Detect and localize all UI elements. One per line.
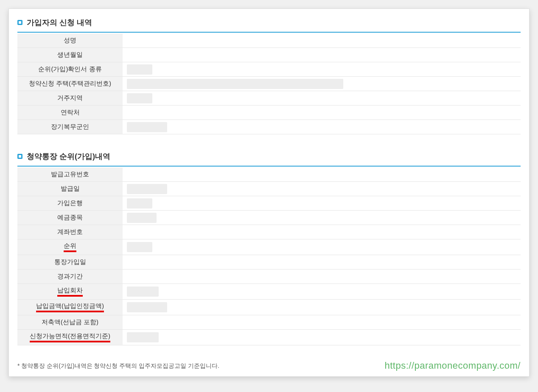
table-row: 신청가능면적(전용면적기준) (17, 330, 521, 345)
row-value-cell (123, 196, 521, 210)
row-label-cell: 저축액(선납금 포함) (17, 315, 123, 329)
table-row: 예금종목 (17, 211, 521, 225)
row-value-cell (123, 284, 521, 299)
table-row: 생년월일 (17, 48, 521, 62)
row-value-cell (123, 330, 521, 345)
section-applicant-info: 가입자의 신청 내역 성명생년월일순위(가입)확인서 종류청약신청 주택(주택관… (17, 17, 521, 134)
redacted-value (127, 332, 159, 342)
row-label-cell: 거주지역 (17, 91, 123, 105)
bullet-icon (17, 154, 22, 159)
row-value-cell (123, 255, 521, 269)
section-divider (17, 32, 521, 33)
row-value-cell (123, 225, 521, 239)
row-value-cell (123, 315, 521, 329)
table-row: 납입금액(납입인정금액) (17, 300, 521, 315)
row-label-cell: 납입금액(납입인정금액) (17, 300, 123, 315)
row-label: 예금종목 (57, 214, 83, 222)
row-label-cell: 경과기간 (17, 270, 123, 284)
row-label-cell: 순위(가입)확인서 종류 (17, 62, 123, 76)
row-label: 연락처 (61, 108, 80, 117)
row-label-cell: 계좌번호 (17, 225, 123, 239)
row-label-cell: 성명 (17, 33, 123, 47)
table-row: 저축액(선납금 포함) (17, 315, 521, 330)
watermark-url: https://paramonecompany.com/ (384, 360, 521, 371)
row-label: 발급고유번호 (51, 170, 89, 178)
redacted-value (127, 184, 167, 194)
section1-rows: 성명생년월일순위(가입)확인서 종류청약신청 주택(주택관리번호)거주지역연락처… (17, 33, 521, 134)
row-value-cell (123, 33, 521, 47)
row-label: 순위 (64, 242, 76, 252)
row-value-cell (123, 182, 521, 196)
table-row: 거주지역 (17, 91, 521, 106)
row-label: 발급일 (61, 185, 80, 193)
section-header: 가입자의 신청 내역 (17, 17, 521, 28)
row-value-cell (123, 120, 521, 134)
row-label: 성명 (64, 36, 76, 44)
table-row: 연락처 (17, 106, 521, 120)
table-row: 통장가입일 (17, 255, 521, 270)
row-value-cell (123, 211, 521, 225)
row-value-cell (123, 91, 521, 105)
row-label-cell: 신청가능면적(전용면적기준) (17, 330, 123, 345)
row-label: 거주지역 (57, 94, 83, 102)
row-label: 경과기간 (57, 272, 83, 281)
row-label: 신청가능면적(전용면적기준) (30, 332, 110, 342)
redacted-value (127, 79, 343, 89)
row-label-cell: 장기복무군인 (17, 120, 123, 134)
table-row: 가입은행 (17, 196, 521, 211)
row-value-cell (123, 300, 521, 315)
row-label: 납입회차 (57, 286, 83, 297)
redacted-value (127, 213, 157, 223)
table-row: 장기복무군인 (17, 120, 521, 134)
table-row: 납입회차 (17, 284, 521, 300)
row-label-cell: 생년월일 (17, 48, 123, 62)
document-page: 가입자의 신청 내역 성명생년월일순위(가입)확인서 종류청약신청 주택(주택관… (8, 8, 530, 377)
row-label-cell: 발급고유번호 (17, 167, 123, 181)
row-label-cell: 연락처 (17, 106, 123, 120)
redacted-value (127, 286, 159, 297)
row-label-cell: 예금종목 (17, 211, 123, 225)
redacted-value (127, 302, 167, 312)
row-label: 장기복무군인 (51, 123, 89, 131)
row-label: 생년월일 (57, 51, 83, 59)
redacted-value (127, 93, 152, 103)
row-value-cell (123, 62, 521, 76)
table-row: 발급고유번호 (17, 167, 521, 182)
row-label: 통장가입일 (54, 258, 86, 266)
row-label-cell: 통장가입일 (17, 255, 123, 269)
redacted-value (127, 198, 152, 209)
row-value-cell (123, 77, 521, 91)
row-label: 납입금액(납입인정금액) (36, 302, 104, 312)
row-value-cell (123, 270, 521, 284)
redacted-value (127, 242, 152, 252)
redacted-value (127, 122, 167, 132)
row-label: 계좌번호 (57, 228, 83, 236)
row-label: 청약신청 주택(주택관리번호) (29, 80, 111, 88)
row-label-cell: 청약신청 주택(주택관리번호) (17, 77, 123, 91)
row-value-cell (123, 239, 521, 255)
section-header: 청약통장 순위(가입)내역 (17, 151, 521, 161)
section-account-info: 청약통장 순위(가입)내역 발급고유번호발급일가입은행예금종목계좌번호순위통장가… (17, 151, 521, 345)
table-row: 경과기간 (17, 270, 521, 284)
bullet-icon (17, 20, 22, 25)
row-label: 순위(가입)확인서 종류 (38, 65, 101, 73)
table-row: 순위(가입)확인서 종류 (17, 62, 521, 77)
row-label-cell: 순위 (17, 239, 123, 255)
section-title: 가입자의 신청 내역 (27, 17, 92, 28)
row-value-cell (123, 106, 521, 120)
section-title: 청약통장 순위(가입)내역 (27, 151, 110, 161)
table-row: 청약신청 주택(주택관리번호) (17, 77, 521, 91)
redacted-value (127, 64, 152, 75)
row-label-cell: 납입회차 (17, 284, 123, 299)
table-row: 발급일 (17, 182, 521, 196)
row-label-cell: 발급일 (17, 182, 123, 196)
section2-rows: 발급고유번호발급일가입은행예금종목계좌번호순위통장가입일경과기간납입회차납입금액… (17, 167, 521, 345)
table-row: 순위 (17, 239, 521, 255)
row-value-cell (123, 167, 521, 181)
table-row: 성명 (17, 33, 521, 48)
row-label: 저축액(선납금 포함) (42, 318, 98, 326)
table-row: 계좌번호 (17, 225, 521, 239)
row-label: 가입은행 (57, 199, 83, 207)
row-label-cell: 가입은행 (17, 196, 123, 210)
section-divider (17, 166, 521, 167)
